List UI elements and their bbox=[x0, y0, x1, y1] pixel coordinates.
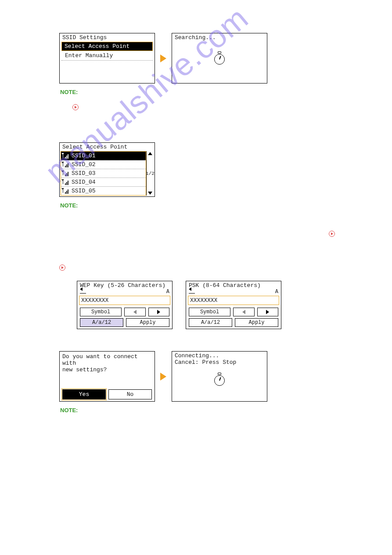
psk-mode-indicator: A bbox=[275, 289, 278, 295]
connecting-line2: Cancel: Press Stop bbox=[172, 359, 267, 366]
searching-text: Searching... bbox=[172, 33, 267, 41]
ap-item-label: SSID_04 bbox=[72, 179, 96, 185]
right-arrow-icon bbox=[266, 310, 269, 314]
row-ssid-search: SSID Settings Select Access Point Enter … bbox=[59, 33, 348, 83]
ssid-menu-enter-manually[interactable]: Enter Manually bbox=[61, 51, 153, 61]
psk-key-panel: PSK (8-64 Characters) A XXXXXXXX Symbol … bbox=[186, 281, 281, 329]
confirm-panel: Do you want to connect with new settings… bbox=[59, 351, 155, 402]
confirm-message-line2: new settings? bbox=[62, 366, 152, 373]
arrow-right-icon bbox=[160, 54, 166, 62]
access-point-list: SSID_01 SSID_02 SSID_03 SSID_04 SSID_05 bbox=[61, 151, 146, 196]
wep-case-button[interactable]: A/a/12 bbox=[80, 318, 123, 327]
access-point-panel: Select Access Point SSID_01 SSID_02 SSID… bbox=[59, 142, 155, 197]
input-cursor-icon bbox=[80, 289, 86, 294]
play-bullet-icon bbox=[329, 231, 335, 237]
page-indicator: 1/2 bbox=[146, 171, 155, 176]
ap-item-label: SSID_01 bbox=[72, 152, 96, 159]
signal-icon bbox=[63, 171, 69, 176]
wep-left-arrow-button[interactable] bbox=[124, 308, 146, 316]
note-label-2: NOTE: bbox=[60, 202, 348, 209]
psk-input-field[interactable]: XXXXXXXX bbox=[188, 296, 279, 305]
bullet-link-1[interactable] bbox=[72, 104, 79, 110]
wep-mode-indicator: A bbox=[166, 289, 169, 295]
scroll-up-icon[interactable] bbox=[148, 152, 152, 155]
left-arrow-icon bbox=[133, 310, 137, 314]
psk-right-arrow-button[interactable] bbox=[257, 308, 279, 316]
confirm-no-button[interactable]: No bbox=[108, 389, 152, 399]
ap-item-4[interactable]: SSID_04 bbox=[61, 178, 146, 187]
ap-item-3[interactable]: SSID_03 bbox=[61, 169, 146, 178]
note-label-3: NOTE: bbox=[60, 407, 348, 414]
input-cursor-icon bbox=[189, 289, 195, 294]
ssid-settings-title: SSID Settings bbox=[60, 33, 155, 41]
wep-symbol-button[interactable]: Symbol bbox=[80, 308, 122, 316]
psk-left-arrow-button[interactable] bbox=[233, 308, 255, 316]
ap-item-5[interactable]: SSID_05 bbox=[61, 187, 146, 195]
connecting-panel: Connecting... Cancel: Press Stop bbox=[172, 351, 267, 402]
play-bullet-icon bbox=[72, 104, 79, 110]
searching-panel: Searching... bbox=[172, 33, 267, 83]
wep-key-panel: WEP Key (5-26 Characters) A XXXXXXXX Sym… bbox=[77, 281, 173, 329]
ap-item-2[interactable]: SSID_02 bbox=[61, 160, 146, 169]
row-confirm-connecting: Do you want to connect with new settings… bbox=[59, 351, 348, 402]
signal-icon bbox=[63, 189, 69, 194]
ap-item-label: SSID_05 bbox=[72, 188, 96, 194]
psk-title: PSK (8-64 Characters) bbox=[186, 281, 281, 289]
psk-symbol-button[interactable]: Symbol bbox=[189, 308, 230, 316]
signal-icon bbox=[63, 162, 69, 167]
confirm-yes-button[interactable]: Yes bbox=[62, 389, 106, 399]
ssid-settings-panel: SSID Settings Select Access Point Enter … bbox=[59, 33, 155, 83]
stopwatch-icon bbox=[214, 54, 225, 65]
scrollbar[interactable]: 1/2 bbox=[146, 151, 154, 196]
scroll-down-icon[interactable] bbox=[148, 192, 152, 195]
ssid-menu-select-ap[interactable]: Select Access Point bbox=[61, 42, 153, 51]
right-arrow-icon bbox=[157, 310, 160, 314]
bullet-link-2[interactable] bbox=[329, 231, 335, 237]
confirm-message-line1: Do you want to connect with bbox=[62, 353, 152, 366]
connecting-line1: Connecting... bbox=[172, 352, 267, 359]
signal-icon bbox=[63, 180, 69, 185]
psk-case-button[interactable]: A/a/12 bbox=[189, 318, 232, 327]
psk-apply-button[interactable]: Apply bbox=[235, 318, 278, 327]
arrow-right-icon bbox=[160, 373, 166, 381]
bullet-link-3[interactable] bbox=[59, 265, 65, 271]
wep-input-field[interactable]: XXXXXXXX bbox=[79, 296, 170, 305]
wep-apply-button[interactable]: Apply bbox=[126, 318, 169, 327]
left-arrow-icon bbox=[242, 310, 245, 314]
play-bullet-icon bbox=[59, 265, 65, 271]
ap-item-label: SSID_02 bbox=[72, 161, 96, 168]
wep-title: WEP Key (5-26 Characters) bbox=[77, 281, 172, 289]
note-label-1: NOTE: bbox=[60, 89, 348, 95]
signal-icon bbox=[63, 153, 69, 159]
ap-item-1[interactable]: SSID_01 bbox=[61, 152, 146, 160]
stopwatch-icon bbox=[214, 375, 225, 386]
ap-item-label: SSID_03 bbox=[72, 170, 96, 177]
wep-right-arrow-button[interactable] bbox=[148, 308, 170, 316]
key-entry-row: WEP Key (5-26 Characters) A XXXXXXXX Sym… bbox=[77, 281, 348, 329]
access-point-title: Select Access Point bbox=[60, 143, 155, 151]
